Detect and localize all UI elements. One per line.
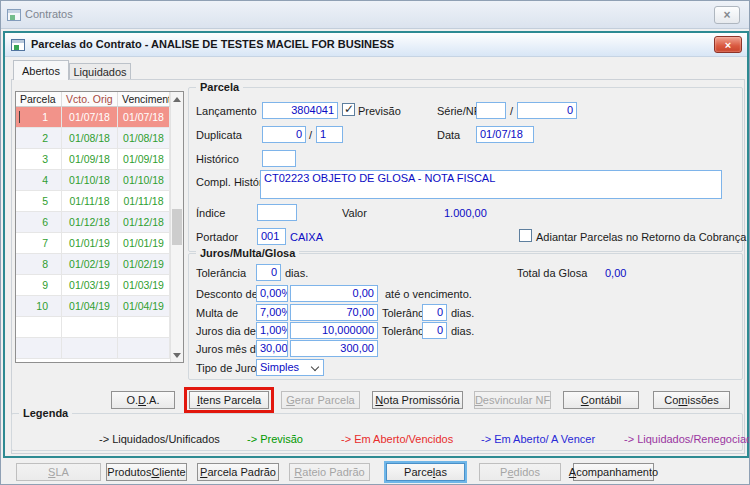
multa-pct-field[interactable]: 7,00%: [256, 304, 288, 321]
tolerancia-label: Tolerância: [196, 267, 246, 279]
cell-vcto: 01/10/18: [62, 170, 118, 191]
cell-parcela: 10: [16, 296, 62, 317]
parcelas-button[interactable]: Parcelas: [386, 463, 465, 481]
pedidos-button: Pedidos: [479, 463, 561, 481]
comissoes-button[interactable]: Comissões: [653, 391, 730, 409]
portador-field[interactable]: 001: [257, 228, 286, 245]
valor-value: 1.000,00: [444, 207, 487, 219]
nota-promissoria-button[interactable]: Nota Promissória: [372, 391, 463, 409]
nf-field[interactable]: 0: [517, 102, 577, 119]
parcela-padrao-button[interactable]: Parcela Padrão: [197, 463, 279, 481]
tipo-juros-dropdown[interactable]: Simples: [256, 359, 324, 376]
close-icon[interactable]: ×: [714, 6, 740, 24]
juros-dia-pct-field[interactable]: 1,00%: [256, 322, 288, 339]
table-row[interactable]: 9 01/03/19 01/03/19: [16, 275, 183, 296]
duplicata-field[interactable]: 0: [262, 126, 306, 143]
highlight-annotation: [184, 387, 274, 413]
parcela-groupbox: Parcela Lançamento 3804041 Previsão Séri…: [188, 87, 743, 252]
cell-vcto: 01/02/19: [62, 254, 118, 275]
cell-venc: 01/03/19: [118, 275, 170, 296]
previsao-label: Previsão: [358, 105, 401, 117]
parcelas-table[interactable]: Parcela Vcto. Orig Vencimento 1 01/07/18…: [15, 91, 184, 363]
cell-parcela: 2: [16, 128, 62, 149]
table-row[interactable]: 2 01/08/18 01/08/18: [16, 128, 183, 149]
inner-titlebar: Parcelas do Contrato - ANALISE DE TESTES…: [5, 33, 747, 57]
juros-mes-label: Juros mês de: [196, 343, 262, 355]
scroll-down-icon[interactable]: [171, 348, 183, 362]
serie-nf-separator: /: [510, 105, 513, 117]
historico-field[interactable]: [262, 150, 296, 167]
juros-mes-pct-field[interactable]: 30,00%: [256, 340, 288, 357]
desconto-pct-field[interactable]: 0,00%: [256, 285, 288, 302]
multa-dias-label: dias.: [451, 307, 474, 319]
rateio-padrao-button: Rateio Padrão: [289, 463, 370, 481]
cell-parcela: 3: [16, 149, 62, 170]
dias-label: dias.: [285, 267, 308, 279]
legend-liquidados-renegociados: -> Liquidados/Renegociados: [624, 433, 750, 445]
juros-dia-val-field[interactable]: 10,000000: [290, 322, 378, 339]
contabil-button[interactable]: Contábil: [563, 391, 639, 409]
multa-val-field[interactable]: 70,00: [290, 304, 378, 321]
historico-label: Histórico: [196, 153, 239, 165]
table-row[interactable]: 3 01/09/18 01/09/18: [16, 149, 183, 170]
lancamento-field[interactable]: 3804041: [262, 102, 338, 119]
col-header-vcto-orig[interactable]: Vcto. Orig: [62, 92, 118, 107]
serie-nf-label: Série/NF: [437, 105, 480, 117]
juros-mes-val-field[interactable]: 300,00: [290, 340, 378, 357]
valor-label: Valor: [342, 207, 367, 219]
adiantar-label: Adiantar Parcelas no Retorno da Cobrança: [536, 231, 746, 243]
contratos-window: Contratos × Parcelas do Contrato - ANALI…: [0, 0, 750, 485]
indice-field[interactable]: [257, 204, 297, 221]
scroll-thumb[interactable]: [172, 209, 182, 245]
tolerancia-field[interactable]: 0: [256, 264, 281, 281]
cell-venc: 01/09/18: [118, 149, 170, 170]
tab-liquidados[interactable]: Liquidados: [69, 63, 131, 80]
table-row[interactable]: 1 01/07/18 01/07/18: [16, 107, 183, 128]
close-icon[interactable]: ×: [714, 36, 742, 53]
oda-button[interactable]: O.D.A.: [111, 391, 175, 409]
acompanhamento-button[interactable]: Acompanhamento: [573, 463, 654, 481]
serie-field[interactable]: [476, 102, 506, 119]
multa-label: Multa de: [196, 307, 238, 319]
portador-label: Portador: [196, 231, 238, 243]
table-row[interactable]: 10 01/04/19 01/04/19: [16, 296, 183, 317]
cell-vcto: 01/11/18: [62, 191, 118, 212]
table-row[interactable]: 6 01/12/18 01/12/18: [16, 212, 183, 233]
table-row-empty: [16, 317, 183, 338]
compl-historico-field[interactable]: CT02223 OBJETO DE GLOSA - NOTA FISCAL: [260, 170, 722, 199]
app-icon: [7, 9, 21, 21]
cell-venc: 01/07/18: [118, 107, 170, 128]
cell-parcela: 1: [16, 107, 62, 128]
table-row[interactable]: 5 01/11/18 01/11/18: [16, 191, 183, 212]
adiantar-checkbox[interactable]: [519, 229, 532, 242]
legenda-groupbox: Legenda -> Liquidados/Unificados -> Prev…: [11, 413, 743, 451]
cell-vcto: 01/07/18: [62, 107, 118, 128]
col-header-vencimento[interactable]: Vencimento: [118, 92, 170, 107]
table-row[interactable]: 8 01/02/19 01/02/19: [16, 254, 183, 275]
legend-previsao: -> Previsão: [247, 433, 303, 445]
table-scrollbar[interactable]: [170, 92, 183, 362]
cell-venc: 01/10/18: [118, 170, 170, 191]
table-row-empty: [16, 338, 183, 359]
col-header-parcela[interactable]: Parcela: [16, 92, 62, 107]
scroll-up-icon[interactable]: [171, 92, 183, 106]
jdia-tolerancia-field[interactable]: 0: [422, 322, 447, 339]
table-row[interactable]: 7 01/01/19 01/01/19: [16, 233, 183, 254]
tab-abertos[interactable]: Abertos: [13, 60, 69, 80]
duplicata-label: Duplicata: [196, 129, 242, 141]
portador-name: CAIXA: [290, 231, 323, 243]
legenda-title: Legenda: [19, 407, 72, 419]
produtos-cliente-button[interactable]: Produtos Cliente: [106, 463, 187, 481]
previsao-checkbox[interactable]: [342, 103, 355, 116]
outer-titlebar: Contratos ×: [1, 1, 749, 29]
duplicata-separator: /: [309, 129, 312, 141]
data-field[interactable]: 01/07/18: [476, 126, 534, 143]
ate-vencimento-label: até o vencimento.: [385, 288, 472, 300]
multa-tolerancia-field[interactable]: 0: [422, 304, 447, 321]
data-label: Data: [437, 129, 460, 141]
cell-vcto: 01/08/18: [62, 128, 118, 149]
table-row[interactable]: 4 01/10/18 01/10/18: [16, 170, 183, 191]
duplicata-seq-field[interactable]: 1: [316, 126, 343, 143]
desconto-val-field[interactable]: 0,00: [290, 285, 378, 302]
sla-button: SLA: [16, 463, 101, 481]
